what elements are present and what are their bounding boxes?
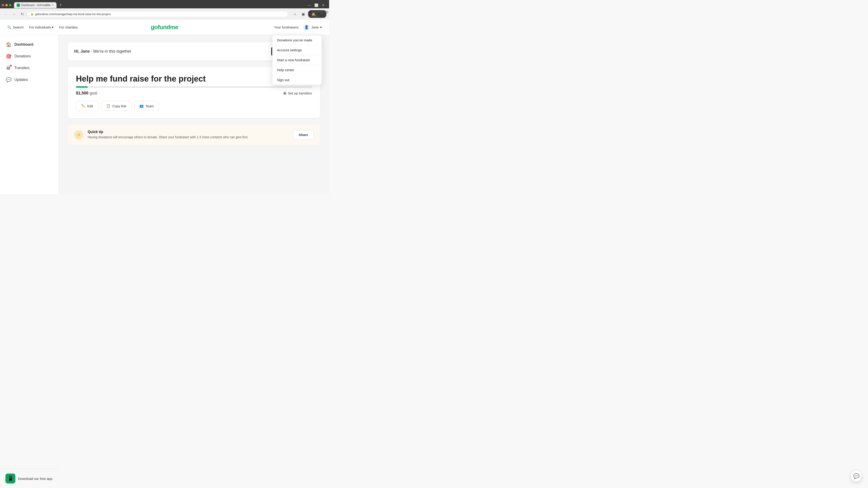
sidebar-dashboard-label: Dashboard — [14, 42, 33, 46]
window-controls — [2, 4, 11, 6]
active-tab[interactable]: Dashboard - GoFundMe ✕ — [14, 2, 57, 8]
search-button[interactable]: 🔍 Search — [7, 25, 24, 29]
dropdown-sign-out-label: Sign out — [277, 78, 289, 82]
dropdown-donations-item[interactable]: Donations you've made — [272, 35, 322, 45]
copy-link-button[interactable]: 📋 Copy link — [101, 101, 131, 111]
search-icon: 🔍 — [7, 25, 11, 29]
browser-chrome: Dashboard - GoFundMe ✕ + — ⬜ ✕ ← → ↻ 🔒 g… — [0, 0, 329, 20]
quick-tip-section: ⚡ Quick tip Having donations will encour… — [68, 125, 320, 145]
transfers-icon: 🏛 — [5, 65, 12, 71]
quick-tip-content: Quick tip Having donations will encourag… — [88, 130, 288, 140]
logo-text: gofundme — [151, 24, 178, 31]
bookmark-icon[interactable]: ☆ — [292, 11, 298, 17]
for-charities-label: For charities — [59, 25, 78, 29]
tab-title: Dashboard - GoFundMe — [21, 4, 51, 7]
header-right: Your fundraisers 👤 Jane ▾ — [274, 24, 322, 31]
search-label: Search — [13, 25, 24, 29]
welcome-message: We're in this together — [93, 49, 131, 54]
team-icon: 👥 — [140, 104, 144, 108]
goal-amount: $1,500 — [76, 91, 88, 95]
setup-transfers-label: Set up transfers — [288, 91, 312, 95]
incognito-badge[interactable]: 🕵️ Incognito (3) — [308, 10, 327, 18]
bank-icon: 🏛 — [283, 91, 287, 95]
goal-label: goal — [90, 91, 97, 95]
copy-icon: 📋 — [106, 104, 111, 108]
team-label: Team — [146, 104, 154, 108]
for-individuals-link[interactable]: For individuals ▾ — [29, 25, 54, 29]
dropdown-account-settings-label: Account settings — [277, 48, 302, 52]
dropdown-sign-out-item[interactable]: Sign out — [272, 75, 322, 85]
site-header: 🔍 Search For individuals ▾ For charities… — [0, 20, 329, 35]
quick-tip-share-button[interactable]: Share — [293, 130, 314, 140]
dropdown-donations-label: Donations you've made — [277, 38, 312, 42]
donations-icon: 🎯 — [5, 53, 12, 59]
lock-icon: 🔒 — [31, 13, 34, 15]
sidebar-item-dashboard[interactable]: 🏠 Dashboard — [0, 39, 59, 51]
goal-text: $1,500 goal — [76, 91, 97, 96]
progress-bar-fill — [76, 86, 88, 88]
greeting-text: Hi, Jane — [74, 49, 90, 54]
address-bar[interactable]: 🔒 gofundme.com/manage/help-me-fund-raise… — [27, 11, 288, 17]
tab-bar: Dashboard - GoFundMe ✕ + — ⬜ ✕ — [0, 0, 329, 8]
sidebar: 🏠 Dashboard 🎯 Donations 🏛 Transfers 💬 Up… — [0, 35, 59, 194]
tab-close-btn[interactable]: ✕ — [52, 4, 54, 6]
sidebar-toggle-icon[interactable]: ▣ — [300, 11, 306, 17]
user-name-label: Jane — [311, 25, 319, 29]
window-min-max: — ⬜ ✕ — [308, 3, 327, 7]
dropdown-start-fundraiser-item[interactable]: Start a new fundraiser — [272, 55, 322, 65]
dropdown-account-settings-item[interactable]: Account settings — [272, 45, 322, 55]
setup-transfers-link[interactable]: 🏛 Set up transfers — [283, 91, 312, 95]
action-buttons: ✏️ Edit 📋 Copy link 👥 Team — [76, 101, 312, 111]
sidebar-item-donations[interactable]: 🎯 Donations — [0, 51, 59, 62]
refresh-btn[interactable]: ↻ — [19, 11, 25, 17]
team-button[interactable]: 👥 Team — [134, 101, 159, 111]
sidebar-updates-label: Updates — [14, 78, 28, 82]
welcome-text: Hi, Jane · We're in this together — [74, 49, 268, 54]
edit-icon: ✏️ — [81, 104, 86, 108]
nav-right-icons: ☆ ▣ 🕵️ Incognito (3) — [292, 10, 327, 18]
maximize-window-btn[interactable] — [9, 4, 11, 6]
forward-btn[interactable]: → — [11, 11, 17, 17]
incognito-label: Incognito (3) — [318, 11, 324, 17]
dashboard-icon: 🏠 — [5, 41, 12, 48]
user-dropdown-menu: Donations you've made Account settings S… — [272, 35, 322, 85]
goal-row: $1,500 goal 🏛 Set up transfers — [76, 91, 312, 96]
sidebar-item-transfers[interactable]: 🏛 Transfers — [0, 62, 59, 74]
lightning-icon: ⚡ — [74, 130, 83, 139]
sidebar-transfers-label: Transfers — [14, 66, 30, 70]
separator: · — [91, 49, 92, 54]
your-fundraisers-label: Your fundraisers — [274, 25, 299, 29]
dropdown-help-center-label: Help center — [277, 68, 294, 72]
minimize-window-btn[interactable] — [5, 4, 8, 6]
updates-icon: 💬 — [5, 76, 12, 83]
edit-button[interactable]: ✏️ Edit — [76, 101, 98, 111]
quick-tip-text: Having donations will encourage others t… — [88, 135, 288, 140]
back-btn[interactable]: ← — [3, 11, 9, 17]
dropdown-start-fundraiser-label: Start a new fundraiser — [277, 58, 310, 62]
sidebar-item-updates[interactable]: 💬 Updates — [0, 74, 59, 86]
tab-favicon — [17, 4, 20, 7]
sidebar-donations-label: Donations — [14, 54, 31, 58]
for-charities-link[interactable]: For charities — [59, 25, 78, 29]
copy-link-label: Copy link — [112, 104, 126, 108]
transfers-notification-dot — [10, 65, 12, 67]
url-text: gofundme.com/manage/help-me-fund-raise-f… — [35, 12, 285, 16]
chevron-down-icon: ▾ — [52, 25, 54, 29]
edit-label: Edit — [87, 104, 93, 108]
quick-tip-title: Quick tip — [88, 130, 288, 134]
user-menu-button[interactable]: 👤 Jane ▾ — [303, 24, 322, 31]
dropdown-help-center-item[interactable]: Help center — [272, 65, 322, 75]
site-logo[interactable]: gofundme — [151, 24, 178, 31]
user-avatar-icon: 👤 — [303, 24, 310, 31]
your-fundraisers-link[interactable]: Your fundraisers — [274, 25, 299, 29]
browser-nav-bar: ← → ↻ 🔒 gofundme.com/manage/help-me-fund… — [0, 8, 329, 20]
new-tab-btn[interactable]: + — [57, 2, 64, 8]
user-chevron-icon: ▾ — [320, 25, 322, 29]
progress-bar-container — [76, 86, 312, 88]
header-left: 🔍 Search For individuals ▾ For charities — [7, 25, 78, 29]
for-individuals-label: For individuals — [29, 25, 51, 29]
close-window-btn[interactable] — [2, 4, 4, 6]
